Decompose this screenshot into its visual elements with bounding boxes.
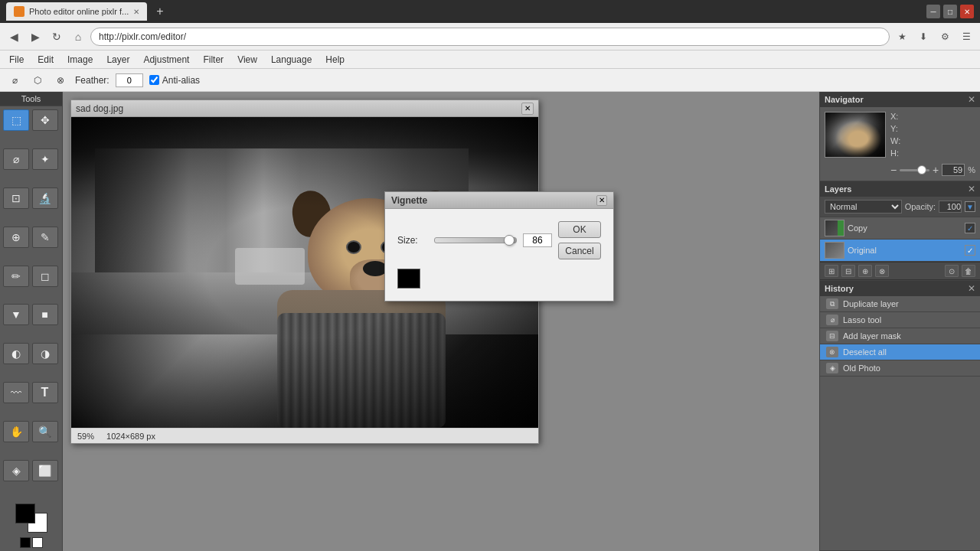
menu-image[interactable]: Image (61, 53, 99, 67)
dialog-close-btn[interactable]: ✕ (596, 195, 607, 206)
w-label: W: (890, 136, 900, 145)
zoom-out-btn[interactable]: − (890, 164, 897, 176)
selection-tool-btn[interactable]: ⬚ (3, 109, 29, 131)
sponge-tool-btn[interactable]: ◈ (3, 460, 29, 481)
smudge-tool-btn[interactable]: 〰 (3, 382, 29, 403)
blend-mode-select[interactable]: Normal (825, 200, 902, 214)
zoom-in-btn[interactable]: + (933, 164, 939, 176)
tools-panel: Tools ⬚ ✥ ⌀ ✦ ⊡ 🔬 ⊕ ✎ ✏ ◻ ▼ ■ ◐ ◑ 〰 T ✋ … (0, 92, 63, 551)
gradient-tool-btn[interactable]: ■ (32, 304, 58, 325)
canvas-area[interactable]: sad dog.jpg ✕ (63, 92, 819, 551)
forward-button[interactable]: ▶ (26, 28, 44, 46)
history-item-1[interactable]: ⌀ Lasso tool (820, 312, 980, 328)
layer-row-original[interactable]: Original ✓ (820, 240, 980, 262)
new-tab-button[interactable]: + (152, 3, 168, 20)
clone-tool-btn[interactable]: ✎ (32, 227, 58, 248)
address-bar[interactable]: http://pixlr.com/editor/ (90, 28, 890, 46)
layer-check-copy[interactable]: ✓ (965, 223, 975, 233)
menu-filter[interactable]: Filter (197, 53, 230, 67)
history-close-btn[interactable]: ✕ (968, 283, 975, 294)
magic-wand-btn[interactable]: ✦ (32, 148, 58, 170)
history-icon-4: ◈ (826, 363, 838, 373)
lasso-polygon-icon[interactable]: ⬡ (29, 72, 46, 89)
pencil-tool-btn[interactable]: ✏ (3, 266, 29, 287)
move-tool-btn[interactable]: ✥ (32, 109, 58, 131)
zoom-slider-thumb[interactable] (917, 165, 926, 174)
menu-language[interactable]: Language (265, 53, 318, 67)
coord-h: H: (890, 148, 975, 158)
heal-tool-btn[interactable]: ⊕ (3, 227, 29, 248)
navigator-close-btn[interactable]: ✕ (968, 94, 975, 105)
minimize-button[interactable]: ─ (926, 5, 940, 18)
menu-file[interactable]: File (3, 53, 30, 67)
menu-adjustment[interactable]: Adjustment (137, 53, 195, 67)
lasso-magnetic-icon[interactable]: ⊗ (52, 72, 69, 89)
merge-layers-btn[interactable]: ⊗ (875, 265, 889, 277)
shapes-tool-btn[interactable]: ⬜ (32, 460, 58, 481)
size-value-input[interactable] (523, 233, 552, 247)
history-item-0[interactable]: ⧉ Duplicate layer (820, 296, 980, 312)
zoom-slider[interactable] (900, 169, 929, 171)
layer-check-original[interactable]: ✓ (965, 245, 975, 256)
options-toolbar: ⌀ ⬡ ⊗ Feather: Anti-alias (0, 69, 980, 92)
paint-bucket-btn[interactable]: ▼ (3, 304, 29, 325)
layers-close-btn[interactable]: ✕ (968, 184, 975, 194)
swap-colors-btn[interactable] (32, 537, 43, 548)
maximize-button[interactable]: □ (943, 5, 957, 18)
home-button[interactable]: ⌂ (69, 28, 87, 46)
size-slider[interactable] (434, 237, 517, 243)
download-button[interactable]: ⬇ (914, 28, 933, 46)
history-item-2[interactable]: ⊟ Add layer mask (820, 328, 980, 344)
lasso-tool-btn[interactable]: ⌀ (3, 148, 29, 170)
delete-layer-btn[interactable]: 🗑 (962, 265, 975, 277)
add-mask-btn[interactable]: ⊟ (841, 265, 855, 277)
tools-grid: ⬚ ✥ ⌀ ✦ ⊡ 🔬 ⊕ ✎ ✏ ◻ ▼ ■ ◐ ◑ 〰 T ✋ 🔍 ◈ ⬜ (0, 106, 62, 500)
zoom-input[interactable] (942, 164, 965, 176)
menu-help[interactable]: Help (319, 53, 351, 67)
dodge-tool-btn[interactable]: ◐ (3, 343, 29, 364)
bookmark-button[interactable]: ★ (893, 28, 911, 46)
document-title-bar: sad dog.jpg ✕ (71, 100, 538, 117)
color-swatch[interactable] (397, 269, 420, 289)
ok-button[interactable]: OK (558, 221, 601, 238)
crop-tool-btn[interactable]: ⊡ (3, 187, 29, 209)
add-layer-btn[interactable]: ⊕ (858, 265, 872, 277)
document-close-btn[interactable]: ✕ (521, 103, 534, 115)
layer-row-copy[interactable]: Copy ✓ (820, 217, 980, 240)
cancel-button[interactable]: Cancel (558, 243, 601, 259)
browser-tab[interactable]: Photo editor online pixlr f... ✕ (6, 2, 147, 21)
settings-button[interactable]: ⚙ (936, 28, 954, 46)
size-slider-thumb[interactable] (504, 235, 514, 246)
feather-input[interactable] (116, 73, 143, 87)
antialias-checkbox[interactable] (149, 75, 159, 85)
history-item-4[interactable]: ◈ Old Photo (820, 360, 980, 377)
eraser-tool-btn[interactable]: ◻ (32, 266, 58, 287)
zoom-tool-btn[interactable]: 🔍 (32, 421, 58, 442)
menu-button[interactable]: ☰ (957, 28, 975, 46)
foreground-color-swatch[interactable] (15, 504, 35, 523)
navigator-panel-header: Navigator ✕ (820, 92, 980, 107)
history-item-3[interactable]: ⊗ Deselect all (820, 344, 980, 360)
opacity-input[interactable] (939, 201, 962, 213)
back-button[interactable]: ◀ (5, 28, 23, 46)
burn-tool-btn[interactable]: ◑ (32, 343, 58, 364)
navigator-coords: X: Y: W: H: − (890, 112, 975, 176)
close-button[interactable]: ✕ (960, 5, 974, 18)
eyedropper-btn[interactable]: 🔬 (32, 187, 58, 209)
add-group-btn[interactable]: ⊞ (825, 265, 838, 277)
opacity-down-btn[interactable]: ▼ (965, 201, 975, 212)
hand-tool-btn[interactable]: ✋ (3, 421, 29, 442)
copy-layer-btn[interactable]: ⊙ (945, 265, 959, 277)
lasso-freehand-icon[interactable]: ⌀ (6, 72, 23, 89)
tab-close-btn[interactable]: ✕ (133, 8, 139, 16)
canvas-status-bar: 59% 1024×689 px (71, 428, 538, 443)
browser-nav-bar: ◀ ▶ ↻ ⌂ http://pixlr.com/editor/ ★ ⬇ ⚙ ☰ (0, 23, 980, 51)
navigator-title: Navigator (825, 95, 864, 104)
default-colors-btn[interactable] (20, 537, 31, 548)
menu-view[interactable]: View (231, 53, 263, 67)
text-tool-btn[interactable]: T (32, 382, 58, 403)
reload-button[interactable]: ↻ (47, 28, 66, 46)
menu-layer[interactable]: Layer (100, 53, 136, 67)
menu-edit[interactable]: Edit (31, 53, 60, 67)
nav-right-buttons: ★ ⬇ ⚙ ☰ (893, 28, 975, 46)
